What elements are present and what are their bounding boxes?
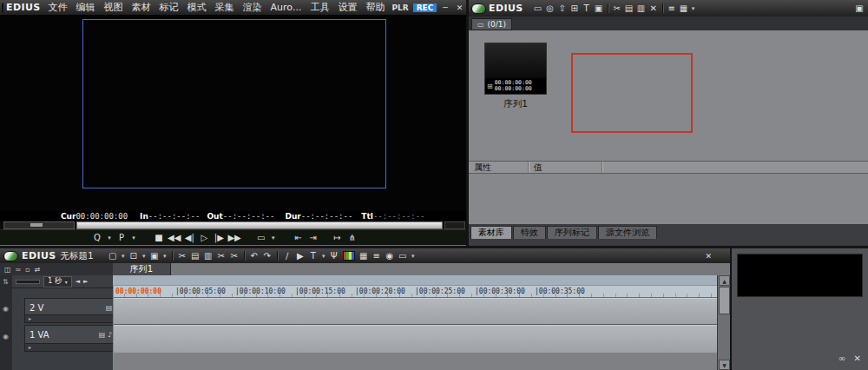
- new-sequence-button[interactable]: ▢: [107, 251, 119, 261]
- redo-button[interactable]: ↷: [261, 251, 273, 261]
- monitor-mode-caret[interactable]: ▾: [270, 233, 277, 243]
- next-frame-button[interactable]: |▶: [213, 233, 225, 243]
- track-keyframe-icon[interactable]: ▤: [99, 331, 108, 339]
- menu-item-capture[interactable]: 采集: [211, 1, 239, 14]
- tab-sequence-marker[interactable]: 序列标记: [547, 226, 597, 239]
- menu-item-auro[interactable]: Auro...: [266, 2, 306, 13]
- goto-out-button[interactable]: ⇥: [307, 233, 319, 243]
- track-header-v[interactable]: 2 V ▤ ⇥ ▸: [24, 298, 125, 323]
- new-sequence-caret[interactable]: ▾: [120, 251, 127, 261]
- zoom-tool-caret[interactable]: ▾: [106, 233, 113, 243]
- trim-tool-button[interactable]: ∕: [281, 251, 293, 261]
- zoom-tool-button[interactable]: Q: [91, 233, 103, 243]
- menu-item-clip[interactable]: 素材: [128, 1, 155, 14]
- track-lane-v[interactable]: [113, 298, 717, 325]
- scroll-down-button[interactable]: ▼: [719, 360, 730, 370]
- menu-item-help[interactable]: 帮助: [361, 1, 389, 14]
- menu-item-view[interactable]: 视图: [100, 1, 128, 14]
- playback-tool-button[interactable]: P: [115, 233, 128, 243]
- fast-forward-button[interactable]: ▶▶: [227, 233, 240, 243]
- track-header-va[interactable]: 1 VA ▤ ♪ ⇥ ▸: [24, 325, 125, 352]
- add-title-button[interactable]: T: [581, 3, 593, 14]
- cut-button[interactable]: ✂: [176, 251, 188, 261]
- up-folder-button[interactable]: ⇧: [556, 3, 569, 14]
- mixer-button[interactable]: ≡: [371, 251, 383, 261]
- stop-button[interactable]: ■: [153, 233, 165, 243]
- voiceover-button[interactable]: Ψ: [328, 251, 340, 261]
- paste-button[interactable]: ▥: [635, 3, 648, 14]
- tab-bin[interactable]: 素材库: [470, 226, 512, 239]
- sequence-tab[interactable]: 序列1: [113, 263, 171, 275]
- copy-button[interactable]: ▤: [189, 251, 201, 261]
- bin-folder-tab[interactable]: ▭ (0/1): [471, 18, 512, 30]
- paste-button[interactable]: ▥: [202, 251, 214, 261]
- plr-button[interactable]: PLR: [389, 3, 411, 12]
- clip-label[interactable]: 序列1: [481, 98, 550, 110]
- menu-item-mode[interactable]: 模式: [183, 1, 211, 14]
- scroll-thumb[interactable]: [719, 287, 730, 314]
- rewind-button[interactable]: ◀◀: [168, 233, 181, 243]
- menu-item-marker[interactable]: 标记: [155, 1, 183, 14]
- view-grid-button[interactable]: ▦: [678, 3, 690, 14]
- view-mode-caret[interactable]: ▾: [690, 3, 697, 14]
- aux-close-button[interactable]: ✕: [854, 353, 861, 363]
- empty-track-space[interactable]: [113, 353, 717, 370]
- panel-options-button[interactable]: ▣: [853, 3, 865, 14]
- menu-item-tools[interactable]: 工具: [306, 1, 333, 14]
- split-clip-button[interactable]: ✂: [228, 251, 240, 261]
- bin-content-area[interactable]: ⊞ 00:00:00:00 00:00:00:00 序列1: [469, 30, 868, 161]
- properties-button[interactable]: ≡: [666, 3, 678, 14]
- copy-button[interactable]: ▤: [623, 3, 635, 14]
- waveform-icon[interactable]: ≈: [16, 266, 22, 274]
- ruler-top-strip[interactable]: [113, 275, 717, 286]
- column-divider[interactable]: [602, 162, 602, 173]
- preview-canvas[interactable]: [0, 15, 466, 211]
- title-button[interactable]: T: [307, 251, 319, 261]
- timescale-inc-button[interactable]: ►: [83, 278, 88, 285]
- rec-button[interactable]: REC: [413, 3, 437, 12]
- undo-button[interactable]: ↶: [248, 251, 260, 261]
- shuttle-slider[interactable]: [3, 221, 75, 229]
- solo-toggle-icon[interactable]: ◉: [3, 333, 9, 340]
- close-button[interactable]: ✕: [452, 3, 468, 12]
- mute-toggle-icon[interactable]: ◉: [3, 305, 9, 313]
- timescale-slider[interactable]: [16, 280, 40, 284]
- timescale-select[interactable]: 1 秒 ▾: [43, 276, 72, 287]
- tab-source-browser[interactable]: 源文件浏览: [598, 226, 657, 239]
- add-clip-button[interactable]: ⊞: [569, 3, 581, 14]
- aux-preview[interactable]: [737, 254, 863, 297]
- timeline-close-button[interactable]: ✕: [700, 252, 716, 261]
- aux-options-button[interactable]: ∞: [838, 353, 845, 363]
- record-button[interactable]: ◉: [384, 251, 396, 261]
- tab-effects[interactable]: 特效: [513, 226, 546, 239]
- monitor-mode-button[interactable]: ▭: [255, 233, 267, 243]
- open-project-button[interactable]: ⊡: [128, 251, 140, 261]
- save-project-button[interactable]: ▣: [148, 251, 161, 261]
- scroll-up-button[interactable]: ▲: [719, 275, 730, 286]
- timeline-vscrollbar[interactable]: ▲ ▼: [717, 275, 730, 370]
- panel-menu-caret[interactable]: ▾: [410, 251, 417, 261]
- jump-button[interactable]: ↦: [332, 233, 344, 243]
- properties-col-value[interactable]: 值: [529, 162, 602, 174]
- properties-col-name[interactable]: 属性: [469, 162, 528, 174]
- menu-item-file[interactable]: 文件: [44, 1, 72, 14]
- clip-thumbnail[interactable]: ⊞ 00:00:00:00 00:00:00:00: [484, 43, 547, 95]
- track-lane-va[interactable]: [113, 325, 717, 353]
- delete-button[interactable]: ✕: [648, 3, 660, 14]
- playhead[interactable]: [113, 286, 114, 370]
- menu-item-settings[interactable]: 设置: [333, 1, 361, 14]
- sync-all-icon[interactable]: ⇅: [3, 278, 9, 286]
- panel-menu-button[interactable]: ▭: [397, 251, 409, 261]
- play-button[interactable]: ▷: [198, 233, 210, 243]
- position-scrub-bar[interactable]: [76, 221, 443, 229]
- cut-button[interactable]: ✂: [611, 3, 623, 14]
- minimize-button[interactable]: ─: [438, 3, 451, 12]
- search-button[interactable]: ◎: [544, 3, 556, 14]
- playback-tool-caret[interactable]: ▾: [130, 233, 137, 243]
- open-project-caret[interactable]: ▾: [141, 251, 148, 261]
- timescale-dec-button[interactable]: ◄: [76, 278, 80, 285]
- record-toggle-icon[interactable]: ◫: [4, 266, 11, 274]
- play-around-button[interactable]: ▶: [294, 251, 306, 261]
- menu-item-edit[interactable]: 编辑: [72, 1, 100, 14]
- colorbars-icon[interactable]: [343, 251, 355, 261]
